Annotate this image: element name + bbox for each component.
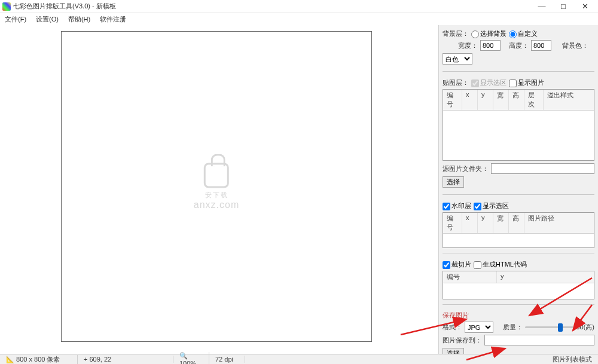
- src-folder-label: 源图片文件夹：: [443, 164, 489, 173]
- canvas-area[interactable]: 安下载 anxz.com: [0, 25, 439, 354]
- tiles-show-area[interactable]: 显示选区: [471, 78, 507, 87]
- wm-col-no: 编号: [443, 213, 462, 233]
- status-zoom: 100%: [179, 360, 196, 365]
- watermark-logo: 安下载 anxz.com: [194, 163, 239, 210]
- wm-col-x: x: [462, 213, 478, 233]
- watermark-text: 安下载: [194, 191, 239, 200]
- tiles-label: 贴图层：: [443, 78, 469, 87]
- window-title: 七彩色图片排版工具(V3.0) - 新模板: [13, 2, 531, 11]
- saveto-input[interactable]: [484, 335, 594, 345]
- col-w: 宽: [493, 90, 509, 110]
- watermark-url: anxz.com: [194, 200, 239, 210]
- cut-enable[interactable]: 裁切片: [443, 260, 471, 269]
- width-label: 宽度：: [458, 41, 478, 50]
- cut-gen-html[interactable]: 生成HTML代码: [474, 260, 527, 269]
- side-panel: 背景层： 选择背景 自定义 宽度： 高度： 背景色： 白色 贴图层： 显示选区: [439, 25, 598, 354]
- cut-grid[interactable]: 编号 y: [443, 271, 594, 299]
- bg-label: 背景层：: [443, 29, 469, 38]
- bgcolor-label: 背景色：: [562, 41, 588, 50]
- menu-file[interactable]: 文件(F): [2, 14, 29, 25]
- bg-radio-select[interactable]: 选择背景: [471, 29, 507, 38]
- watermark-grid[interactable]: 编号 x y 宽 高 图片路径: [443, 212, 594, 248]
- wm-col-y: y: [478, 213, 493, 233]
- status-mode: 图片列表模式: [547, 355, 598, 364]
- src-folder-input[interactable]: [491, 163, 594, 174]
- minimize-button[interactable]: —: [531, 0, 553, 13]
- watermark-section: 水印层 显示选区 编号 x y 宽 高 图片路径: [443, 200, 594, 248]
- window-buttons: — □ ✕: [531, 0, 596, 13]
- menu-register[interactable]: 软件注册: [97, 14, 129, 25]
- cut-col-y: y: [497, 271, 594, 283]
- status-dpi: 72 dpi: [209, 356, 245, 363]
- height-label: 高度：: [509, 41, 529, 50]
- bg-radio-custom[interactable]: 自定义: [509, 29, 538, 38]
- lock-icon: [204, 163, 229, 188]
- tiles-grid[interactable]: 编号 x y 宽 高 层次 溢出样式: [443, 89, 594, 161]
- col-x: x: [462, 90, 478, 110]
- col-no: 编号: [443, 90, 462, 110]
- wm-col-w: 宽: [493, 213, 509, 233]
- titlebar: 七彩色图片排版工具(V3.0) - 新模板 — □ ✕: [0, 0, 598, 13]
- quality-label: 质量：: [503, 323, 523, 332]
- save-section: 保存图片 格式： JPG 质量： 90(高) 图片保存到： 选择 开始处理: [443, 310, 594, 354]
- col-layer: 层次: [524, 90, 544, 110]
- menu-help[interactable]: 帮助(H): [66, 14, 93, 25]
- background-section: 背景层： 选择背景 自定义 宽度： 高度： 背景色： 白色: [443, 27, 594, 66]
- close-button[interactable]: ✕: [574, 0, 596, 13]
- src-folder-browse-button[interactable]: 选择: [443, 176, 464, 188]
- format-label: 格式：: [443, 323, 462, 332]
- col-h: 高: [509, 90, 524, 110]
- col-overflow: 溢出样式: [544, 90, 579, 110]
- quality-value: 90(高): [576, 323, 594, 332]
- save-label: 保存图片: [443, 311, 594, 320]
- status-cursor: + 609, 22: [78, 356, 173, 363]
- wm-col-path: 图片路径: [524, 213, 594, 233]
- col-y: y: [478, 90, 493, 110]
- statusbar: 📐 800 x 800 像素 + 609, 22 🔍 100% 72 dpi 图…: [0, 354, 598, 364]
- bgcolor-select[interactable]: 白色: [443, 53, 472, 65]
- wm-enable[interactable]: 水印层: [443, 201, 471, 210]
- canvas[interactable]: 安下载 anxz.com: [61, 31, 372, 342]
- format-select[interactable]: JPG: [465, 322, 493, 333]
- app-icon: [2, 2, 11, 11]
- status-dims: 800 x 800 像素: [16, 356, 60, 363]
- cut-col-no: 编号: [443, 271, 497, 283]
- saveto-label: 图片保存到：: [443, 336, 482, 345]
- wm-col-h: 高: [509, 213, 524, 233]
- maximize-button[interactable]: □: [553, 0, 574, 13]
- height-input[interactable]: [531, 40, 551, 51]
- width-input[interactable]: [480, 40, 501, 51]
- wm-show-area[interactable]: 显示选区: [474, 201, 509, 210]
- menu-settings[interactable]: 设置(O): [33, 14, 61, 25]
- saveto-browse-button[interactable]: 选择: [443, 348, 464, 354]
- quality-slider[interactable]: 90(高): [525, 323, 594, 332]
- tiles-section: 贴图层： 显示选区 显示图片 编号 x y 宽 高 层次 溢出样式 源图片文件夹…: [443, 77, 594, 189]
- menubar: 文件(F) 设置(O) 帮助(H) 软件注册: [0, 13, 598, 25]
- tiles-show-img[interactable]: 显示图片: [509, 78, 544, 87]
- cut-section: 裁切片 生成HTML代码 编号 y: [443, 258, 594, 299]
